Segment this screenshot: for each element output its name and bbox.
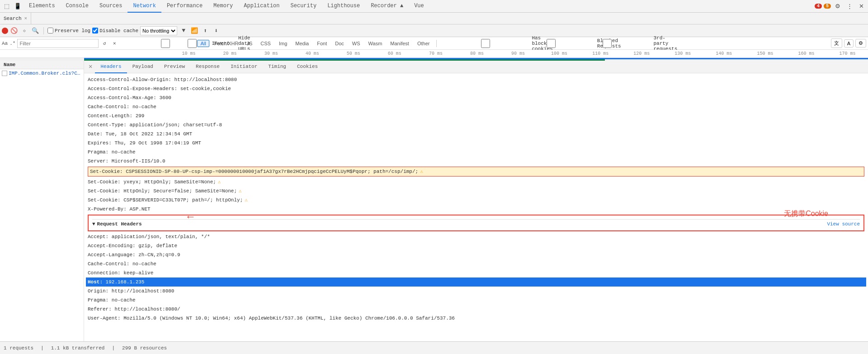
status-requests: 1 requests [4,345,33,351]
details-tab-payload[interactable]: Payload [127,61,159,73]
search-tab-close[interactable]: × [24,16,28,21]
import-icon[interactable]: ⬆ [201,26,210,35]
tab-recorder[interactable]: Recorder ▲ [365,0,409,13]
tab-console[interactable]: Console [61,0,94,13]
blocked-req-label[interactable]: Blocked Requests [506,38,561,49]
timeline-140ms: 140 ms [703,51,745,56]
throttle-expand-icon[interactable]: ▼ [179,26,188,35]
tab-network[interactable]: Network [127,0,161,13]
rh-setcookie-4: Set-Cookie: CSP$SERVERID=C33LT07P; path=… [88,196,864,205]
invert-checkbox-label[interactable]: Invert [120,39,145,48]
timeline-bar: 10 ms 20 ms 30 ms 40 ms 50 ms 60 ms 70 m… [0,50,868,58]
filter-js-btn[interactable]: JS [243,40,255,47]
third-party-checkbox[interactable] [562,39,652,48]
record-button[interactable] [2,28,8,34]
rh-7: Date: Tue, 18 Oct 2022 12:34:54 GMT [88,129,864,139]
device-icon[interactable]: 📱 [13,1,23,11]
req-host-highlighted: Host: 192.168.1.235 [86,277,866,287]
disable-cache-checkbox[interactable] [92,28,98,33]
tab-sources[interactable]: Sources [94,0,127,13]
timeline-70ms: 70 ms [415,51,456,56]
preserve-log-label[interactable]: Preserve log [47,28,90,33]
inspect-icon[interactable]: ⬚ [2,1,12,11]
filter-img-btn[interactable]: Img [276,40,290,47]
timeline-30ms: 30 ms [250,51,292,56]
filter-doc-btn[interactable]: Doc [332,40,347,47]
preserve-log-checkbox[interactable] [47,28,53,33]
lang-btn-settings[interactable]: ⚙ [855,39,866,48]
close-devtools-icon[interactable]: ✕ [856,1,866,11]
has-blocked-label[interactable]: Has blocked cookies [440,35,504,52]
filter-css-btn[interactable]: CSS [257,40,274,47]
req-accept: Accept: application/json, text/plain, */… [88,232,864,241]
details-panel: ✕ Headers Payload Preview Response Initi… [84,61,868,353]
req-origin: Origin: http://localhost:8080 [88,287,864,296]
filter-close-icon[interactable]: ✕ [110,39,118,48]
filter-input[interactable] [17,39,99,48]
filter-manifest-btn[interactable]: Manifest [387,40,412,47]
filter-ws-btn[interactable]: WS [349,40,363,47]
filter-icon[interactable]: ⬦ [20,26,29,35]
throttle-select[interactable]: No throttling [140,26,177,35]
clear-button[interactable]: 🚫 [10,27,18,35]
tab-lighthouse[interactable]: Lighthouse [322,0,365,13]
request-headers-wrapper: ▼ Request Headers View source ← 无携带Cooki… [88,215,864,231]
tab-elements[interactable]: Elements [24,0,61,13]
req-user-agent: User-Agent: Mozilla/5.0 (Windows NT 10.0… [88,314,864,323]
lang-buttons: 文 A ⚙ [831,38,866,48]
rh-9: Pragma: no-cache [88,148,864,157]
rh-4: Cache-Control: no-cache [88,102,864,111]
settings-icon[interactable]: ⚙ [833,1,843,11]
timeline-60ms: 60 ms [374,51,415,56]
export-icon[interactable]: ⬇ [212,26,221,35]
tab-performance[interactable]: Performance [161,0,208,13]
warning-icon-1: ⚠ [420,169,423,174]
filter-wasm-btn[interactable]: Wasm [365,40,386,47]
lang-btn-en[interactable]: A [844,39,854,48]
filter-media-btn[interactable]: Media [292,40,312,47]
filter-refresh-icon[interactable]: ↺ [100,39,108,48]
status-separator-2: | [112,345,115,351]
request-name[interactable]: IMP.Common.Broker.cls?ClassName=IMP.Logi… [9,71,82,76]
timeline-130ms: 130 ms [662,51,703,56]
tab-application[interactable]: Application [238,0,285,13]
view-source-btn[interactable]: View source [827,221,860,227]
request-headers-section[interactable]: ▼ Request Headers View source [92,219,860,229]
details-tab-headers[interactable]: Headers [95,61,127,73]
details-tab-initiator[interactable]: Initiator [225,61,263,73]
filter-font-btn[interactable]: Font [314,40,330,47]
rh-5: Content-Length: 299 [88,111,864,120]
timeline-10ms: 10 ms [168,51,209,56]
details-tab-cookies[interactable]: Cookies [292,61,323,73]
tab-security[interactable]: Security [285,0,322,13]
timeline-labels: 10 ms 20 ms 30 ms 40 ms 50 ms 60 ms 70 m… [168,51,868,56]
rh-2: Access-Control-Expose-Headers: set-cooki… [88,84,864,93]
details-tab-timing[interactable]: Timing [263,61,292,73]
details-tab-preview[interactable]: Preview [159,61,190,73]
details-tab-response[interactable]: Response [190,61,225,73]
rh-setcookie-2: Set-Cookie: yxeyx; HttpOnly; SameSite=No… [88,177,864,187]
hide-data-urls-label[interactable]: Hide data URLs [147,35,195,52]
error-badge: 4 [815,4,822,9]
aa-icon: Aa [2,41,8,46]
lang-btn-cn[interactable]: 文 [831,38,842,48]
disable-cache-label[interactable]: Disable cache [92,28,138,33]
warning-icon-4: ⚠ [245,197,248,203]
request-icon [2,71,7,76]
search-network-icon[interactable]: 🔍 [31,26,40,35]
tab-vue[interactable]: Vue [409,0,429,13]
wifi-icon: 📶 [190,26,199,35]
tab-memory[interactable]: Memory [208,0,238,13]
regex-icon[interactable]: .* [9,41,15,46]
filter-fetch-btn[interactable]: Fetch/XHR [211,40,242,47]
third-party-label[interactable]: 3rd-party requests [562,35,623,52]
request-item[interactable]: IMP.Common.Broker.cls?ClassName=IMP.Logi… [0,69,84,77]
more-icon[interactable]: ⋮ [844,1,854,11]
search-tab-bar: Search × [0,13,868,24]
filter-other-btn[interactable]: Other [414,40,433,47]
filter-separator [436,40,437,47]
req-pragma: Pragma: no-cache [88,296,864,305]
filter-all-btn[interactable]: All [197,40,209,47]
timeline-90ms: 90 ms [498,51,539,56]
details-close-btn[interactable]: ✕ [86,61,95,73]
